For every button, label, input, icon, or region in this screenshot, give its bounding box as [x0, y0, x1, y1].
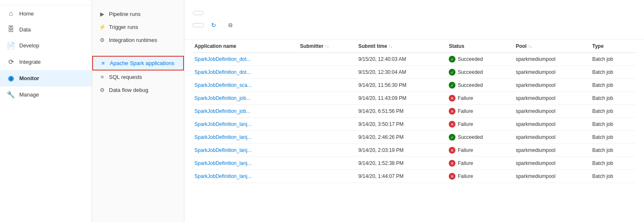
status-icon-0: ✓ [449, 56, 455, 63]
activity-item-spark-apps[interactable]: ≡ Apache Spark applications [92, 56, 184, 71]
cell-submitter-1 [298, 66, 357, 79]
activities-section-title [92, 50, 184, 56]
activity-label-data-flow-debug: Data flow debug [109, 87, 148, 93]
cell-pool-9: sparkmediumpool [514, 170, 591, 183]
table-container: Application nameSubmitter↑↓Submit time↑↓… [184, 40, 644, 222]
sub-nav-item-pipeline-runs[interactable]: ▶ Pipeline runs [92, 8, 184, 21]
toolbar: ↻ ⊟ [193, 18, 636, 32]
cell-pool-1: sparkmediumpool [514, 66, 591, 79]
cell-type-5: Batch job [590, 118, 636, 131]
status-label-6: Succeeded [458, 134, 483, 140]
status-badge-3: ✕ Failure [449, 95, 510, 102]
cell-status-2: ✓ Succeeded [447, 79, 514, 92]
col-header-submitter[interactable]: Submitter↑↓ [298, 40, 357, 53]
refresh-button[interactable]: ↻ [209, 20, 221, 30]
app-name-link-4[interactable]: SparkJobDefinition_job... [194, 108, 250, 114]
status-label-3: Failure [458, 95, 473, 101]
main-content: ↻ ⊟ Application nameSubmitter↑↓Submit ti… [184, 0, 644, 222]
app-name-link-1[interactable]: SparkJobDefinition_dot... [194, 69, 251, 75]
pipeline-runs-icon: ▶ [99, 11, 106, 17]
sidebar-item-home[interactable]: ⌂ Home [0, 5, 92, 21]
cell-type-8: Batch job [590, 157, 636, 170]
app-name-link-0[interactable]: SparkJobDefinition_dot... [194, 56, 251, 62]
col-header-pool[interactable]: Pool↑↓ [514, 40, 591, 53]
cell-status-3: ✕ Failure [447, 92, 514, 105]
cell-status-4: ✕ Failure [447, 105, 514, 118]
type-dropdown[interactable] [193, 23, 204, 27]
cell-time-5: 9/14/20, 3:50:17 PM [357, 118, 447, 131]
col-label-submitter: Submitter [300, 43, 323, 49]
integration-runtimes-icon: ⚙ [99, 37, 106, 43]
cell-app-name-6: SparkJobDefinition_lanj... [193, 131, 298, 144]
status-badge-9: ✕ Failure [449, 173, 510, 180]
cell-app-name-9: SparkJobDefinition_lanj... [193, 170, 298, 183]
sub-nav-item-trigger-runs[interactable]: ⚡ Trigger runs [92, 21, 184, 34]
sidebar-item-data[interactable]: 🗄 Data [0, 21, 92, 37]
status-label-4: Failure [458, 108, 473, 114]
cell-app-name-7: SparkJobDefinition_lanj... [193, 144, 298, 157]
cell-app-name-4: SparkJobDefinition_job... [193, 105, 298, 118]
sidebar-label-home: Home [19, 10, 34, 17]
app-name-link-5[interactable]: SparkJobDefinition_lanj... [194, 121, 251, 127]
sidebar-label-develop: Develop [19, 42, 39, 49]
cell-status-6: ✓ Succeeded [447, 131, 514, 144]
status-badge-5: ✕ Failure [449, 121, 510, 128]
table-row: SparkJobDefinition_job... 9/14/20, 6:51:… [193, 105, 636, 118]
spark-apps-icon: ≡ [100, 60, 106, 66]
spark-apps-table: Application nameSubmitter↑↓Submit time↑↓… [193, 40, 636, 183]
app-name-link-3[interactable]: SparkJobDefinition_job... [194, 95, 250, 101]
status-label-5: Failure [458, 121, 473, 127]
sub-nav-item-integration-runtimes[interactable]: ⚙ Integration runtimes [92, 34, 184, 47]
develop-icon: 📄 [7, 42, 15, 50]
status-label-1: Succeeded [458, 69, 483, 75]
status-label-7: Failure [458, 147, 473, 153]
activity-item-sql-requests[interactable]: ≡ SQL requests [92, 71, 184, 84]
time-filter-button[interactable] [193, 11, 204, 15]
sidebar-label-integrate: Integrate [19, 59, 41, 65]
cell-type-3: Batch job [590, 92, 636, 105]
table-row: SparkJobDefinition_job... 9/14/20, 11:43… [193, 92, 636, 105]
app-name-link-9[interactable]: SparkJobDefinition_lanj... [194, 173, 251, 179]
cell-time-6: 9/14/20, 2:46:26 PM [357, 131, 447, 144]
app-name-link-7[interactable]: SparkJobDefinition_lanj... [194, 147, 251, 153]
cell-status-9: ✕ Failure [447, 170, 514, 183]
edit-columns-button[interactable]: ⊟ [226, 21, 237, 30]
status-icon-7: ✕ [449, 147, 455, 154]
app-name-link-2[interactable]: SparkJobDefinition_sca... [194, 82, 251, 88]
status-icon-9: ✕ [449, 173, 455, 180]
cell-app-name-1: SparkJobDefinition_dot... [193, 66, 298, 79]
status-icon-3: ✕ [449, 95, 455, 102]
cell-app-name-0: SparkJobDefinition_dot... [193, 53, 298, 66]
table-row: SparkJobDefinition_dot... 9/15/20, 12:30… [193, 66, 636, 79]
nav-collapse-btn[interactable] [0, 0, 92, 5]
cell-submitter-6 [298, 131, 357, 144]
status-icon-4: ✕ [449, 108, 455, 115]
status-icon-6: ✓ [449, 134, 455, 141]
cell-pool-7: sparkmediumpool [514, 144, 591, 157]
app-name-link-8[interactable]: SparkJobDefinition_lanj... [194, 160, 251, 166]
col-header-status: Status [447, 40, 514, 53]
status-label-2: Succeeded [458, 82, 483, 88]
activity-item-data-flow-debug[interactable]: ⚙ Data flow debug [92, 84, 184, 97]
cell-status-7: ✕ Failure [447, 144, 514, 157]
status-icon-2: ✓ [449, 82, 455, 89]
app-name-link-6[interactable]: SparkJobDefinition_lanj... [194, 134, 251, 140]
cell-time-8: 9/14/20, 1:52:38 PM [357, 157, 447, 170]
col-header-submit-time[interactable]: Submit time↑↓ [357, 40, 447, 53]
cell-type-9: Batch job [590, 170, 636, 183]
trigger-runs-icon: ⚡ [99, 24, 106, 30]
status-badge-8: ✕ Failure [449, 160, 510, 167]
cell-type-1: Batch job [590, 66, 636, 79]
cell-status-1: ✓ Succeeded [447, 66, 514, 79]
cell-time-1: 9/15/20, 12:30:04 AM [357, 66, 447, 79]
sidebar-item-monitor[interactable]: ◉ Monitor [0, 70, 92, 86]
sidebar-item-integrate[interactable]: ⟳ Integrate [0, 54, 92, 70]
sidebar-item-manage[interactable]: 🔧 Manage [0, 86, 92, 103]
cell-pool-4: sparkmediumpool [514, 105, 591, 118]
cell-submitter-7 [298, 144, 357, 157]
activity-label-spark-apps: Apache Spark applications [110, 60, 174, 66]
cell-time-4: 9/14/20, 6:51:56 PM [357, 105, 447, 118]
sidebar-item-develop[interactable]: 📄 Develop [0, 37, 92, 54]
data-flow-debug-icon: ⚙ [99, 87, 106, 93]
cell-pool-3: sparkmediumpool [514, 92, 591, 105]
